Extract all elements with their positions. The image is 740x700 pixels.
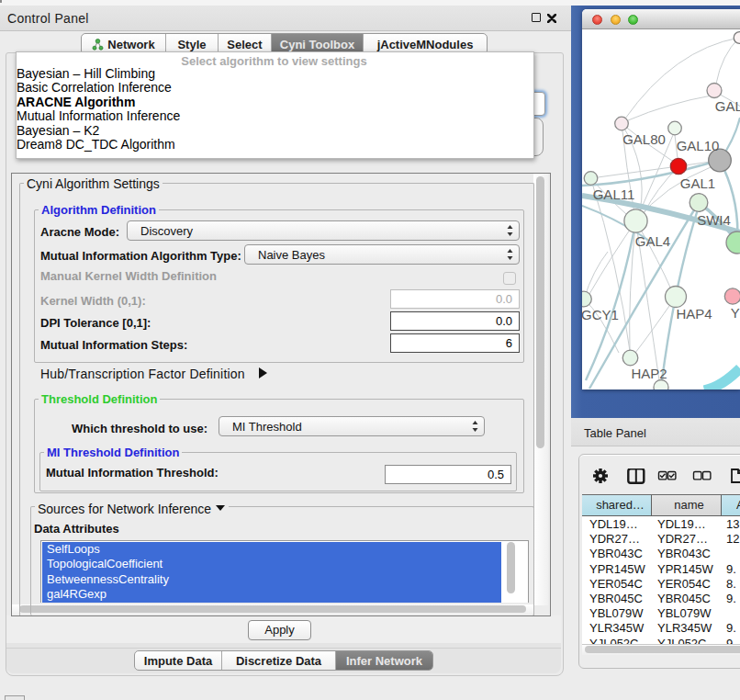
svg-text:GAL80: GAL80: [622, 131, 666, 147]
svg-text:HAP4: HAP4: [676, 306, 712, 322]
svg-text:YM: YM: [731, 304, 740, 320]
svg-text:GAL11: GAL11: [593, 186, 635, 202]
svg-text:HAP2: HAP2: [631, 366, 667, 381]
svg-text:GCY1: GCY1: [582, 307, 619, 322]
svg-text:GAL1: GAL1: [680, 175, 715, 190]
svg-text:GAL10: GAL10: [677, 138, 720, 153]
svg-text:GAL4: GAL4: [635, 233, 670, 249]
svg-text:GAL2: GAL2: [715, 98, 740, 114]
svg-text:SWI4: SWI4: [697, 212, 731, 228]
